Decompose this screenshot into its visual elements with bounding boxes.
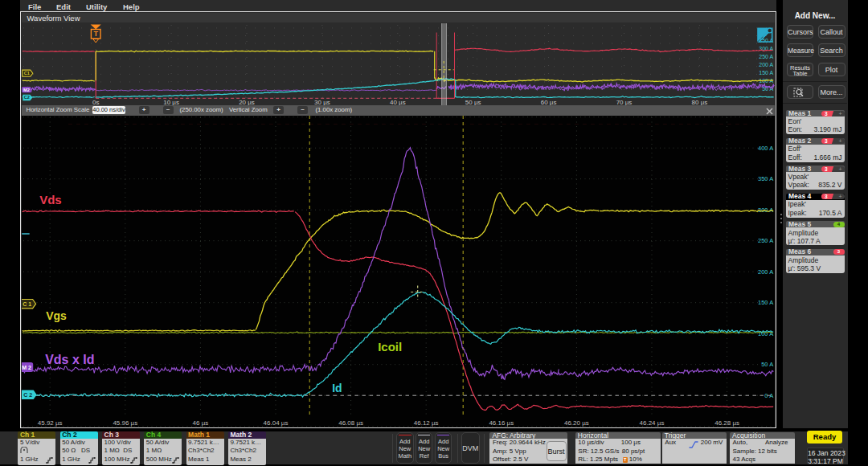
svg-text:Vds x Id: Vds x Id (45, 353, 94, 366)
svg-text:T: T (93, 30, 98, 38)
svg-text:46.12 µs: 46.12 µs (414, 419, 439, 427)
svg-text:200 A: 200 A (759, 62, 773, 67)
svg-text:M2: M2 (23, 87, 30, 92)
svg-text:250 A: 250 A (759, 54, 773, 59)
svg-text:46.16 µs: 46.16 µs (489, 419, 514, 427)
svg-text:46.28 µs: 46.28 µs (714, 419, 739, 427)
svg-text:30 µs: 30 µs (314, 98, 330, 104)
svg-text:350 A: 350 A (758, 175, 773, 182)
svg-text:C 1: C 1 (23, 301, 31, 307)
svg-text:46.04 µs: 46.04 µs (263, 419, 288, 427)
svg-text:Icoil: Icoil (378, 340, 402, 354)
svg-text:Vgs: Vgs (46, 309, 67, 321)
svg-text:80 µs: 80 µs (691, 98, 707, 104)
svg-text:50 A: 50 A (761, 361, 773, 368)
svg-text:0s: 0s (92, 98, 99, 104)
svg-text:M 2: M 2 (22, 365, 31, 370)
svg-text:10 µs: 10 µs (163, 98, 179, 104)
svg-text:70 µs: 70 µs (616, 98, 632, 104)
svg-text:C1: C1 (24, 71, 30, 76)
svg-text:200 A: 200 A (758, 268, 773, 275)
svg-text:46 µs: 46 µs (192, 419, 208, 427)
svg-text:150 A: 150 A (758, 299, 773, 306)
svg-text:46.08 µs: 46.08 µs (338, 419, 363, 427)
svg-text:40 µs: 40 µs (390, 98, 406, 104)
svg-text:45.92 µs: 45.92 µs (38, 419, 63, 427)
svg-text:150 A: 150 A (759, 70, 773, 76)
svg-text:45.96 µs: 45.96 µs (113, 419, 137, 427)
svg-text:300 A: 300 A (759, 46, 773, 51)
svg-text:Vds: Vds (39, 193, 61, 206)
svg-text:46.24 µs: 46.24 µs (639, 419, 664, 427)
svg-text:Id: Id (332, 382, 342, 394)
svg-text:C2: C2 (23, 95, 29, 100)
svg-text:400 A: 400 A (758, 144, 773, 151)
svg-text:C 2: C 2 (23, 392, 32, 398)
svg-text:60 µs: 60 µs (541, 98, 557, 104)
svg-text:50 µs: 50 µs (465, 98, 481, 104)
svg-text:250 A: 250 A (758, 237, 773, 244)
svg-text:20 µs: 20 µs (239, 98, 255, 104)
svg-text:46.20 µs: 46.20 µs (564, 419, 589, 427)
